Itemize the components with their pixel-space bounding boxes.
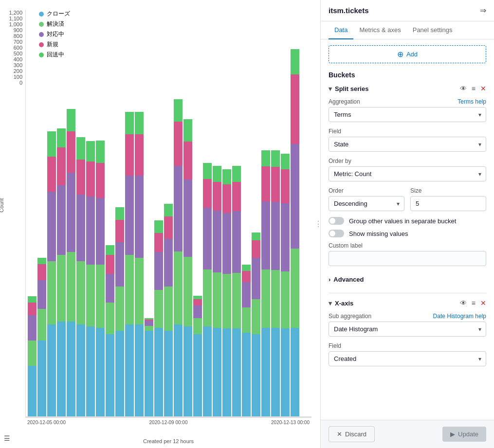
custom-label-group: Custom label <box>329 242 486 266</box>
size-input[interactable] <box>410 196 486 211</box>
bar-segment <box>37 264 46 280</box>
update-play-icon: ▶ <box>450 430 455 438</box>
tab-panel-settings[interactable]: Panel settings <box>407 21 458 39</box>
x-axis: 2020-12-05 00:002020-12-09 00:002020-12-… <box>25 418 311 437</box>
bar-segment <box>96 265 105 328</box>
bar-segment <box>125 255 134 324</box>
bar-segment <box>76 137 85 160</box>
y-tick: 1,100 <box>9 16 22 21</box>
bar-group <box>154 220 163 416</box>
order-size-row: Order Descending Size <box>329 187 486 211</box>
y-tick: 100 <box>14 74 22 80</box>
aggregation-select[interactable]: Terms <box>329 107 486 122</box>
split-series-eye-icon[interactable]: 👁 <box>460 85 467 92</box>
bar-segment <box>67 173 75 252</box>
bar-segment <box>86 197 95 265</box>
list-icon[interactable]: ☰ <box>4 434 10 442</box>
bars-area <box>25 10 311 417</box>
bar-group <box>222 169 231 416</box>
bar-segment <box>164 204 173 216</box>
x-axis-delete-icon[interactable]: ✕ <box>480 299 486 307</box>
bar-segment <box>271 167 280 202</box>
group-other-toggle[interactable] <box>329 217 344 225</box>
bar-group <box>86 141 95 416</box>
bar-segment <box>164 331 173 416</box>
order-by-select[interactable]: Metric: Count <box>329 166 486 181</box>
bar-segment <box>96 163 105 198</box>
panel-footer: ✕ Discard ▶ Update <box>321 420 494 448</box>
bar-segment <box>183 326 192 416</box>
y-tick: 900 <box>14 27 22 33</box>
bar-segment <box>183 257 192 326</box>
terms-help-link[interactable]: Terms help <box>457 98 486 105</box>
bar-segment <box>291 328 299 416</box>
y-tick: 500 <box>14 51 22 56</box>
bar-segment <box>193 299 202 305</box>
discard-x-icon: ✕ <box>337 430 342 438</box>
bar-segment <box>57 255 66 322</box>
date-histogram-help-link[interactable]: Date Histogram help <box>433 313 486 320</box>
x-axis-collapse-icon[interactable]: ▾ <box>329 300 332 307</box>
bar-segment <box>291 249 299 328</box>
split-series-delete-icon[interactable]: ✕ <box>480 85 486 92</box>
split-series-drag-icon[interactable]: ≡ <box>472 85 476 92</box>
field-select[interactable]: State <box>329 137 486 152</box>
bar-segment <box>67 109 75 131</box>
field-field-group: Field State <box>329 128 486 152</box>
order-select[interactable]: Descending <box>329 196 404 211</box>
x-axis-eye-icon[interactable]: 👁 <box>460 299 467 307</box>
bar-segment <box>47 192 56 261</box>
bar-group <box>96 141 105 416</box>
bar-segment <box>174 324 183 416</box>
bar-segment <box>47 261 56 324</box>
x-axis-header: ▾ X-axis 👁 ≡ ✕ <box>329 299 486 307</box>
bar-segment <box>183 179 192 257</box>
tab-metrics-axes[interactable]: Metrics & axes <box>353 21 406 39</box>
panel-content: ⊕ Add Buckets ▾ Split series 👁 ≡ ✕ Aggre… <box>321 39 494 420</box>
panel-menu-icon[interactable]: ⇒ <box>480 6 486 15</box>
bar-segment <box>154 290 163 328</box>
bar-segment <box>106 303 114 334</box>
bar-segment <box>291 49 299 74</box>
bar-group <box>47 131 56 416</box>
discard-button[interactable]: ✕ Discard <box>329 426 375 442</box>
tab-data[interactable]: Data <box>329 21 353 39</box>
bar-group <box>28 296 37 416</box>
bar-segment <box>281 203 290 271</box>
y-tick: 700 <box>14 39 22 45</box>
update-button[interactable]: ▶ Update <box>442 427 486 442</box>
bar-group <box>57 128 66 416</box>
bar-segment <box>47 157 56 192</box>
bar-segment <box>271 202 280 270</box>
custom-label-input[interactable] <box>329 251 486 266</box>
bar-segment <box>145 331 153 416</box>
bar-group <box>291 49 299 416</box>
bar-segment <box>232 328 241 416</box>
bar-group <box>261 150 270 416</box>
sub-aggregation-select[interactable]: Date Histogram <box>329 322 486 337</box>
bar-segment <box>174 122 183 166</box>
x-axis-label: 2020-12-05 00:00 <box>27 420 66 437</box>
bar-segment <box>242 271 251 282</box>
bar-segment <box>115 242 124 287</box>
group-other-label: Group other values in separate bucket <box>349 217 456 225</box>
add-button[interactable]: ⊕ Add <box>329 45 486 63</box>
y-tick: 800 <box>14 33 22 39</box>
bar-segment <box>183 142 192 179</box>
x-axis-field-select[interactable]: Created <box>329 351 486 366</box>
show-missing-toggle[interactable] <box>329 230 344 237</box>
bar-segment <box>145 326 153 331</box>
resize-handle[interactable]: ⋮ <box>316 0 320 448</box>
size-group: Size <box>410 187 486 211</box>
split-series-collapse-icon[interactable]: ▾ <box>329 85 332 92</box>
field-select-wrapper: State <box>329 137 486 152</box>
bar-segment <box>203 326 212 416</box>
advanced-row[interactable]: › Advanced <box>329 272 486 287</box>
bar-segment <box>106 255 114 274</box>
bar-segment <box>261 201 270 269</box>
bar-group <box>232 166 241 416</box>
bar-segment <box>86 265 95 326</box>
x-axis-drag-icon[interactable]: ≡ <box>472 299 476 307</box>
chart-x-label: Created per 12 hours <box>5 437 311 448</box>
bar-segment <box>135 176 144 258</box>
